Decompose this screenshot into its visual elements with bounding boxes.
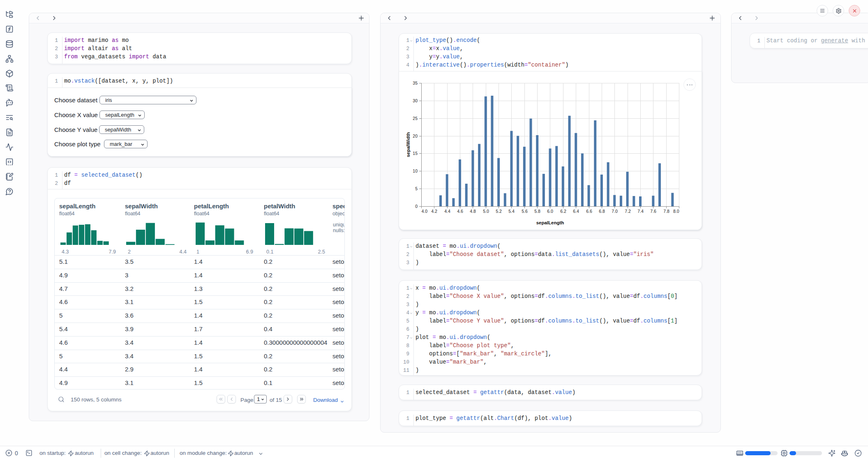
svg-text:sepalWidth: sepalWidth — [406, 132, 411, 157]
svg-text:7.8: 7.8 — [663, 209, 669, 214]
svg-text:5.8: 5.8 — [534, 209, 540, 214]
svg-text:10: 10 — [413, 168, 418, 173]
svg-text:6.0: 6.0 — [547, 209, 553, 214]
svg-text:0: 0 — [415, 204, 418, 209]
svg-text:4.6: 4.6 — [457, 209, 463, 214]
svg-text:20: 20 — [413, 134, 418, 138]
svg-text:25: 25 — [413, 116, 418, 121]
svg-text:4.8: 4.8 — [470, 209, 476, 214]
svg-text:30: 30 — [413, 98, 418, 103]
svg-text:6.6: 6.6 — [586, 209, 592, 214]
svg-text:7.2: 7.2 — [625, 209, 631, 214]
svg-text:5.6: 5.6 — [522, 209, 528, 214]
svg-text:5: 5 — [415, 186, 418, 191]
svg-text:8.0: 8.0 — [673, 209, 679, 214]
svg-text:15: 15 — [413, 151, 418, 156]
svg-text:6.2: 6.2 — [560, 209, 566, 214]
svg-text:7.4: 7.4 — [637, 209, 644, 214]
svg-text:7.6: 7.6 — [650, 209, 656, 214]
svg-text:6.8: 6.8 — [599, 209, 605, 214]
svg-text:7.0: 7.0 — [612, 209, 618, 214]
svg-text:5.0: 5.0 — [483, 209, 489, 214]
svg-text:sepalLength: sepalLength — [536, 220, 564, 225]
svg-text:4.4: 4.4 — [444, 209, 450, 214]
svg-text:6.4: 6.4 — [573, 209, 579, 214]
svg-text:35: 35 — [413, 81, 418, 85]
svg-text:4.2: 4.2 — [431, 209, 437, 214]
svg-text:5.2: 5.2 — [496, 209, 502, 214]
svg-text:5.4: 5.4 — [508, 209, 515, 214]
svg-text:4.0: 4.0 — [422, 209, 428, 214]
